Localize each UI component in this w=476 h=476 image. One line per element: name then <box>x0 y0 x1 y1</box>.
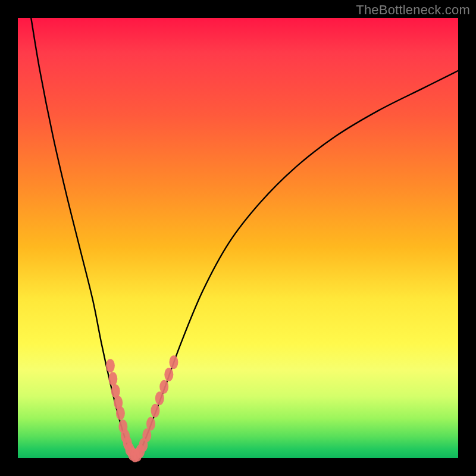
curve-marker <box>108 372 117 386</box>
curve-marker <box>169 355 178 369</box>
curve-marker <box>164 368 173 381</box>
plot-area <box>18 18 458 458</box>
curve-marker <box>151 404 159 418</box>
watermark-text: TheBottleneck.com <box>356 2 470 18</box>
curve-marker <box>106 359 115 372</box>
curve-marker <box>142 428 151 442</box>
curve-marker <box>116 406 125 420</box>
curve-marker <box>159 380 168 394</box>
chart-frame: TheBottleneck.com <box>0 0 476 476</box>
curve-markers <box>106 355 178 462</box>
curve-marker <box>146 417 155 431</box>
curve-marker <box>155 392 164 405</box>
curve-layer <box>18 18 458 458</box>
bottleneck-curve <box>31 18 458 460</box>
